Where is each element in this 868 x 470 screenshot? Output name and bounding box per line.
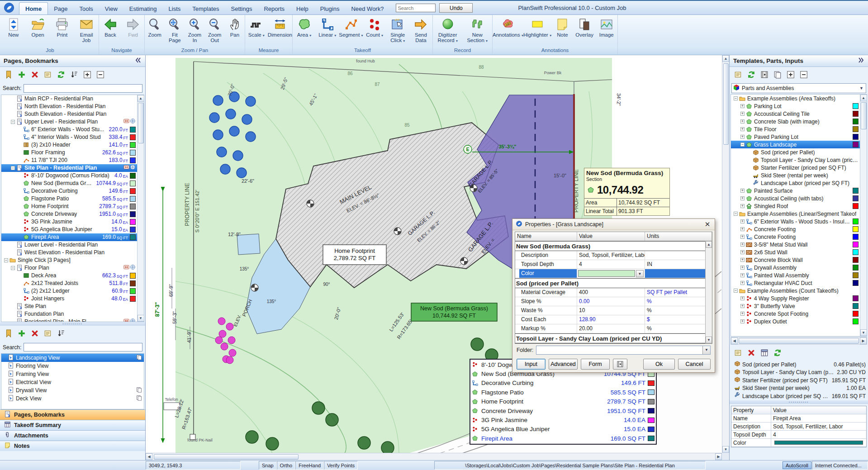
color-swatch[interactable] [853,195,859,201]
tree-item-6-exterior-walls-wood-studs-insulate[interactable]: +6" Exterior Walls - Wood Studs - Insula… [731,218,860,225]
color-swatch[interactable] [853,272,859,278]
property-row-description[interactable]: DescriptionSod, Topsoil, Fertilizer, Lab… [731,423,866,431]
video-button[interactable] [613,359,627,370]
tree-item-accoustical-ceiling-tile[interactable]: +Accoustical Ceiling Tile [731,110,860,118]
del-icon[interactable] [30,70,39,79]
tree-item-residential-plan-main-fl[interactable]: Residential Plan - Main Fl... [1,318,137,322]
tree-item-sod-priced-per-pallet[interactable]: Sod (priced per Pallet) [731,148,860,156]
color-swatch[interactable] [853,318,859,324]
canvas-horizontal-scrollbar[interactable]: ◀▶ [146,453,722,460]
tree-item-shingled-roof[interactable]: +Shingled Roof [731,202,860,210]
layers-badge-icon[interactable] [136,395,142,402]
color-swatch[interactable] [130,288,136,294]
ribbon-button-back[interactable]: Back [99,16,122,47]
collapse-icon[interactable]: − [4,258,8,262]
view-item-drywall-view[interactable]: Drywall View [1,386,144,394]
legend-item-decorative-curbing[interactable]: Decorative Curbing149.6 FT [472,379,655,388]
tree-item-skid-steer-rental-per-week[interactable]: Skid Steer (rental per week) [731,171,860,179]
tree-item-concrete-footing[interactable]: +Concrete Footing [731,233,860,241]
color-swatch[interactable] [853,103,859,109]
tab-home[interactable]: Home [19,2,48,14]
expand-icon[interactable]: + [740,273,745,277]
part-item-landscape-labor-priced-per-sq-ft[interactable]: Landscape Labor (priced per SQ FT)169.01… [730,392,867,400]
view-item-landscaping-view[interactable]: Landscaping View [1,354,144,362]
color-swatch[interactable] [853,119,859,124]
takeoff-item-firepit-area[interactable]: Firepit Area169.0SQ FT [1,233,137,241]
pages-tree-scrollbar[interactable]: ▲▼ [137,95,144,322]
ribbon-button-annotations[interactable]: ABCAnnotations ▾ [493,16,523,47]
part-item-sod-priced-per-pallet[interactable]: Sod (priced per Pallet)0.46 Pallet(s) [730,361,867,369]
canvas-vertical-scrollbar[interactable]: ▲▼ [722,55,729,453]
ribbon-button-highlighter[interactable]: Highlighter ▾ [523,16,551,47]
props-icon[interactable] [43,329,52,338]
views-search-input[interactable] [24,343,142,351]
collapse-icon[interactable]: − [11,120,15,124]
color-swatch[interactable] [853,218,859,224]
color-swatch[interactable] [853,257,859,263]
tab-settings[interactable]: Settings [225,3,258,14]
tab-need-work[interactable]: Need Work? [345,3,389,14]
dialog-row-topsoil-depth[interactable]: Topsoil Depth4IN [515,260,712,269]
tree-item-concrete-footing[interactable]: +Concrete Footing [731,225,860,233]
expand-icon[interactable]: + [740,266,745,270]
view-item-flooring-view[interactable]: Flooring View [1,362,144,370]
tree-item-concrete-slab-with-image[interactable]: +Concrete Slab (with image) [731,118,860,125]
legend-item-firepit-area[interactable]: Firepit Area169.0 SQ FT [472,434,655,443]
tab-tools[interactable]: Tools [74,3,99,14]
bookmark-icon[interactable] [4,70,13,79]
expand-icon[interactable]: + [740,119,745,123]
accordion-attachments[interactable]: Attachments [0,430,145,441]
legend-item-concrete-driveway[interactable]: Concrete Driveway1951.0 SQ FT [472,406,655,415]
tree-item-starter-fertilizer-priced-per-sq-ft[interactable]: Starter Fertilizer (priced per SQ FT) [731,164,860,171]
refresh-icon[interactable] [57,70,66,79]
tree-item-tile-floor[interactable]: +Tile Floor [731,125,860,133]
expand-icon[interactable]: + [740,235,745,239]
takeoff-item-concrete-driveway[interactable]: Concrete Driveway1951.0SQ FT [1,210,137,218]
tree-item-example-assemblies-count-takeoffs[interactable]: −Example Assemblies (Count Takeoffs) [731,287,860,294]
dialog-row-markup[interactable]: Markup %20.00% [515,324,712,333]
color-swatch[interactable] [853,142,859,147]
collapse-icon[interactable]: − [11,166,15,170]
color-swatch[interactable] [853,311,859,317]
templates-tree-scrollbar[interactable]: ▲▼ [860,95,867,336]
legend-item-5g-angelica-blue-juniper[interactable]: 5G Angelica Blue Juniper15.0 EA [472,425,655,434]
layers-badge-icon[interactable] [136,387,142,394]
takeoff-item-3-2x10-header[interactable]: (3) 2x10 Header141.0FT [1,141,137,149]
tab-view[interactable]: View [99,3,123,14]
color-swatch[interactable] [130,134,136,140]
expand-icon[interactable]: + [740,258,745,262]
ribbon-button-scale[interactable]: Scale ▾ [245,16,268,47]
ribbon-button-new-section[interactable]: NewSection ▾ [463,16,493,47]
legend-item-flagstone-patio[interactable]: Flagstone Patio585.5 SQ FT [472,388,655,397]
takeoff-item-deck-area[interactable]: Deck Area662.3SQ FT [1,272,137,280]
pages-search-input[interactable] [24,84,142,93]
close-icon[interactable]: ✕ [703,220,711,228]
dialog-row-slope[interactable]: Slope %0.00% [515,297,712,306]
toggle-verify-points[interactable]: Verify Points [324,461,358,470]
tree-item-landscape-labor-priced-per-sq-ft[interactable]: Landscape Labor (priced per SQ FT) [731,179,860,187]
tree-item-2x6-stud-wall[interactable]: +2x6 Stud Wall [731,248,860,256]
tree-item-parking-lot[interactable]: +Parking Lot [731,102,860,110]
minusbox-icon[interactable] [96,70,105,79]
color-swatch[interactable] [853,126,859,132]
color-swatch[interactable] [853,188,859,194]
takeoff-item-8-10-dogwood-cornus-florida[interactable]: 8'-10' Dogwood (Cornus Florida)4.0EA [1,172,137,180]
collapse-icon[interactable]: − [11,266,15,270]
expand-icon[interactable]: + [740,189,745,193]
bookmark-badge-icon[interactable] [123,264,129,271]
tree-item-west-elevation-residential-plan[interactable]: West Elevation - Residential Plan [1,249,137,256]
color-swatch[interactable] [853,303,859,309]
parts-assemblies-dropdown[interactable]: Parts and Assemblies ▼ [731,83,866,93]
tree-item-3-butterfly-valve[interactable]: +3" Butterfly Valve [731,302,860,310]
color-swatch[interactable] [130,227,136,233]
takeoff-item-4-interior-walls-wood-stud[interactable]: 4" Interior Walls - Wood Stud338.4FT [1,133,137,141]
color-swatch[interactable] [130,127,136,133]
expand-icon[interactable]: + [740,319,745,323]
expand-icon[interactable]: + [740,104,745,108]
ribbon-button-linear[interactable]: Linear ▾ [316,16,339,47]
expand-icon[interactable]: + [740,135,745,139]
expand-icon[interactable]: + [740,304,745,308]
expand-panel-icon[interactable] [857,57,864,65]
color-swatch[interactable] [853,134,859,140]
toggle-freehand[interactable]: FreeHand [295,461,324,470]
